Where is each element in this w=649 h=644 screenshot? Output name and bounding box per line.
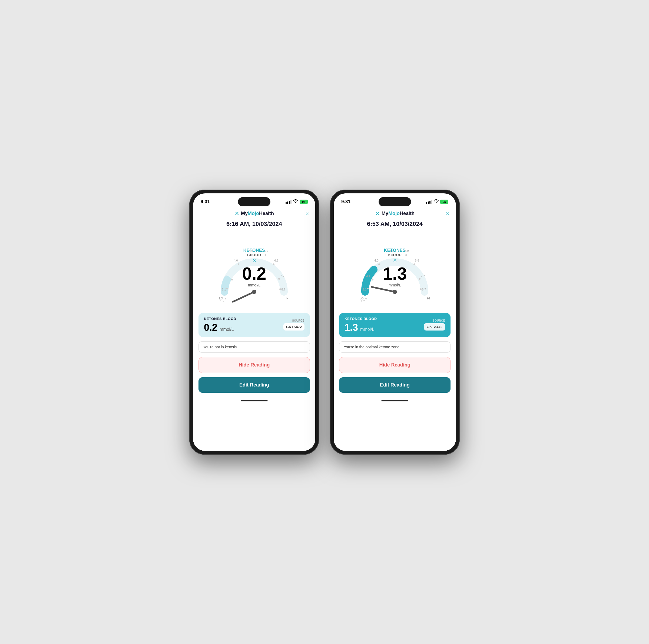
reading-card-2: KETONES BLOOD 1.3 mmol/L SOURCE GK+A472 xyxy=(339,313,450,337)
svg-point-33 xyxy=(420,288,422,290)
close-button-1[interactable]: × xyxy=(305,210,309,217)
phone-2-frame: 9:31 95 xyxy=(330,189,460,455)
svg-text:7.7: 7.7 xyxy=(280,274,284,277)
svg-point-3 xyxy=(238,263,239,265)
svg-point-15 xyxy=(226,288,228,289)
app-logo-1: ✕ MyMojoHealth xyxy=(234,210,274,217)
app-header-1: ✕ MyMojoHealth × xyxy=(193,208,315,219)
reading-card-1: KETONES BLOOD 0.2 mmol/L SOURCE GK+A472 xyxy=(199,313,310,337)
signal-bars-2 xyxy=(426,200,432,204)
svg-point-29 xyxy=(414,263,415,265)
signal-bar-6 xyxy=(428,202,429,204)
reading-card-unit-1: mmol/L xyxy=(220,327,234,332)
svg-text:4.0: 4.0 xyxy=(234,259,238,262)
signal-bars-1 xyxy=(286,200,292,204)
gauge-sublabel-1: BLOOD xyxy=(247,253,261,257)
svg-point-17 xyxy=(225,298,226,299)
gauge-center-2: KETONES BLOOD ✕ 1.3 mmol/L xyxy=(383,248,407,287)
svg-point-11 xyxy=(278,278,280,280)
signal-bar-4 xyxy=(291,200,292,204)
app-header-2: ✕ MyMojoHealth × xyxy=(334,208,456,219)
reading-card-title-1: KETONES BLOOD xyxy=(204,317,236,321)
hide-reading-button-1[interactable]: Hide Reading xyxy=(199,357,310,373)
wifi-icon-2 xyxy=(434,199,439,204)
svg-text:8.7: 8.7 xyxy=(422,288,426,291)
gauge-icon-1: ✕ xyxy=(252,257,256,263)
gauge-lo-2: LO xyxy=(360,297,364,300)
signal-bar-3 xyxy=(289,201,290,204)
svg-text:3.1: 3.1 xyxy=(366,274,370,277)
svg-text:3.1: 3.1 xyxy=(225,274,229,277)
status-message-2: You're in the optimal ketone zone. xyxy=(339,341,450,353)
gauge-label-1: KETONES xyxy=(243,248,265,253)
signal-bar-5 xyxy=(426,202,427,204)
source-label-1: SOURCE xyxy=(292,319,304,322)
logo-icon-2: ✕ xyxy=(375,210,380,217)
svg-point-23 xyxy=(378,263,380,265)
gauge-wrapper-1: 3.1 4.0 4.9 5.9 6.8 xyxy=(216,232,292,308)
home-indicator-1 xyxy=(193,398,315,403)
gauge-label-2: KETONES xyxy=(384,248,406,253)
svg-point-1 xyxy=(231,279,233,281)
gauge-center-1: KETONES BLOOD ✕ 0.2 mmol/L xyxy=(242,248,266,287)
status-time-2: 9:31 xyxy=(341,199,350,205)
source-badge-1: GK+A472 xyxy=(284,323,304,331)
reading-card-left-1: KETONES BLOOD 0.2 mmol/L xyxy=(204,317,236,333)
dynamic-island-1 xyxy=(238,197,270,206)
edit-reading-button-1[interactable]: Edit Reading xyxy=(199,377,310,393)
edit-reading-button-2[interactable]: Edit Reading xyxy=(339,377,450,393)
reading-card-right-2: SOURCE GK+A472 xyxy=(424,319,445,331)
battery-2: 95 xyxy=(440,200,448,204)
app-name-2: MyMojoHealth xyxy=(382,211,415,216)
gauge-sublabel-2: BLOOD xyxy=(388,253,402,257)
gauge-value-1: 0.2 xyxy=(242,265,266,282)
svg-text:4.0: 4.0 xyxy=(374,259,378,262)
reading-datetime-2: 6:53 AM, 10/03/2024 xyxy=(334,219,456,230)
app-name-1: MyMojoHealth xyxy=(241,211,274,216)
battery-1: 95 xyxy=(300,200,308,204)
svg-point-31 xyxy=(419,278,421,280)
svg-text:2.1: 2.1 xyxy=(222,288,226,291)
gauge-hi-2: HI xyxy=(427,297,430,300)
home-indicator-2 xyxy=(334,398,456,403)
reading-card-value-2: 1.3 xyxy=(345,322,358,333)
svg-point-35 xyxy=(367,288,369,289)
gauge-unit-1: mmol/L xyxy=(248,283,260,287)
svg-rect-18 xyxy=(232,291,255,303)
svg-text:8.7: 8.7 xyxy=(281,288,285,291)
reading-card-value-1: 0.2 xyxy=(204,322,217,333)
source-label-2: SOURCE xyxy=(433,319,445,322)
reading-datetime-1: 6:16 AM, 10/03/2024 xyxy=(193,219,315,230)
gauge-unit-2: mmol/L xyxy=(389,283,401,287)
signal-bar-2 xyxy=(287,202,288,204)
hide-reading-button-2[interactable]: Hide Reading xyxy=(339,357,450,373)
source-badge-2: GK+A472 xyxy=(424,323,445,331)
status-message-1: You're not in ketosis. xyxy=(199,341,310,353)
svg-text:7.7: 7.7 xyxy=(421,274,425,277)
signal-bar-7 xyxy=(429,201,431,204)
phone-2-screen: 9:31 95 xyxy=(334,194,456,451)
svg-point-19 xyxy=(251,289,257,295)
reading-card-value-row-2: 1.3 mmol/L xyxy=(345,322,377,333)
gauge-value-2: 1.3 xyxy=(383,265,407,282)
reading-card-unit-2: mmol/L xyxy=(360,327,374,332)
svg-text:6.8: 6.8 xyxy=(415,259,419,262)
svg-point-39 xyxy=(392,289,397,294)
reading-card-left-2: KETONES BLOOD 1.3 mmol/L xyxy=(345,317,377,333)
gauge-icon-2: ✕ xyxy=(393,257,397,263)
gauge-container-2: 3.1 4.0 4.9 5.9 6.8 7.7 8.7 xyxy=(334,230,456,311)
svg-point-37 xyxy=(365,298,367,299)
phone-1-screen: 9:31 95 xyxy=(193,194,315,451)
app-logo-2: ✕ MyMojoHealth xyxy=(375,210,415,217)
home-bar-2 xyxy=(381,400,408,401)
wifi-icon-1 xyxy=(293,199,298,204)
svg-point-21 xyxy=(372,279,374,281)
home-bar-1 xyxy=(241,400,268,401)
status-icons-2: 95 xyxy=(426,199,448,204)
close-button-2[interactable]: × xyxy=(446,210,449,217)
gauge-container-1: 3.1 4.0 4.9 5.9 6.8 xyxy=(193,230,315,311)
status-time-1: 9:31 xyxy=(201,199,210,205)
svg-text:2.1: 2.1 xyxy=(362,288,366,291)
reading-card-title-2: KETONES BLOOD xyxy=(345,317,377,321)
gauge-lo-1: LO xyxy=(219,297,223,300)
